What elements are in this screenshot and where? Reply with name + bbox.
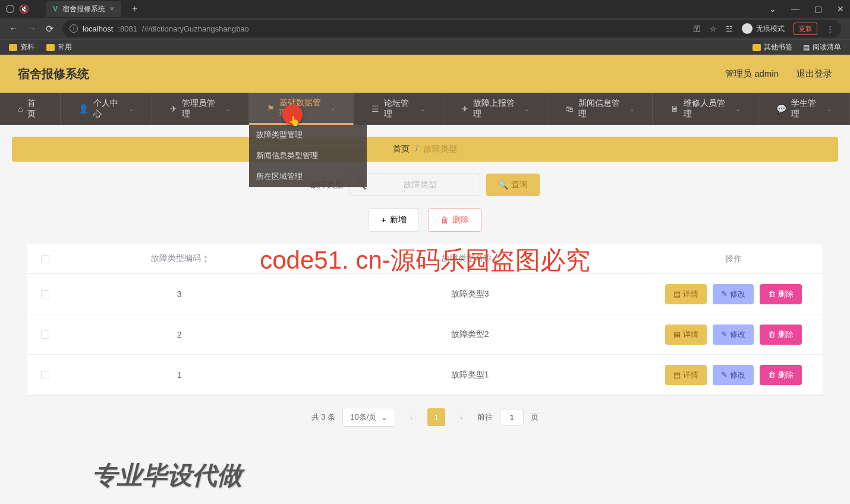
maximize-icon[interactable]: ▢ bbox=[814, 4, 822, 14]
minimize-icon[interactable]: — bbox=[791, 4, 799, 14]
edit-button[interactable]: ✎修改 bbox=[713, 365, 754, 385]
incognito-indicator: 无痕模式 bbox=[742, 23, 785, 34]
header-name[interactable]: 故障类型名称▲▼ bbox=[295, 253, 644, 264]
nav-basic[interactable]: ⚑基础数据管理⌄ 故障类型管理 新闻信息类型管理 所在区域管理 bbox=[249, 93, 354, 125]
menu-icon[interactable]: ⋮ bbox=[826, 24, 834, 33]
edit-button[interactable]: ✎修改 bbox=[713, 284, 754, 304]
breadcrumb-home[interactable]: 首页 bbox=[393, 144, 410, 153]
detail-button[interactable]: ▤详情 bbox=[665, 284, 707, 304]
content-area: 首页 / 故障类型 故障类型 🔍 故障类型 🔍查询 +新增 🗑删除 code51… bbox=[0, 125, 850, 451]
row-checkbox[interactable] bbox=[41, 290, 49, 298]
update-button[interactable]: 更新 bbox=[794, 23, 817, 35]
bag-icon: 🛍 bbox=[565, 104, 574, 114]
chevron-down-icon[interactable]: ⌄ bbox=[769, 4, 776, 14]
detail-button[interactable]: ▤详情 bbox=[665, 365, 707, 385]
edit-icon: ✎ bbox=[721, 330, 728, 339]
dropdown-news-type[interactable]: 新闻信息类型管理 bbox=[249, 146, 367, 166]
trash-icon: 🗑 bbox=[768, 289, 776, 298]
search-input[interactable]: 🔍 故障类型 bbox=[350, 174, 480, 196]
chat-icon: 💬 bbox=[776, 104, 786, 114]
nav-student[interactable]: 💬学生管理⌄ bbox=[758, 93, 850, 125]
nav-personal[interactable]: 👤个人中心⌄ bbox=[61, 93, 152, 125]
forward-icon[interactable]: → bbox=[27, 23, 37, 34]
document-icon: ▤ bbox=[673, 330, 681, 339]
nav-fault[interactable]: ✈故障上报管理⌄ bbox=[443, 93, 547, 125]
page-number-button[interactable]: 1 bbox=[427, 408, 445, 426]
close-window-icon[interactable]: ✕ bbox=[837, 4, 844, 14]
app-title: 宿舍报修系统 bbox=[18, 66, 89, 82]
user-label[interactable]: 管理员 admin bbox=[725, 68, 779, 80]
url-input[interactable]: i localhost:8081/#/dictionaryGuzhangshan… bbox=[62, 20, 841, 37]
cell-code: 2 bbox=[63, 330, 295, 339]
footer-text: 专业毕设代做 bbox=[92, 459, 242, 492]
browser-tab-active[interactable]: V 宿舍报修系统 × bbox=[46, 1, 121, 17]
pagination: 共 3 条 10条/页⌄ ‹ 1 › 前往 页 bbox=[12, 396, 838, 439]
bookmark-reading[interactable]: ▤阅读清单 bbox=[803, 42, 841, 52]
globe-icon bbox=[6, 5, 14, 13]
action-row: +新增 🗑删除 bbox=[12, 208, 838, 232]
close-icon[interactable]: × bbox=[110, 5, 114, 13]
sort-icon: ▲▼ bbox=[494, 254, 499, 264]
mute-icon[interactable]: 🔇 bbox=[19, 4, 29, 14]
trash-icon: 🗑 bbox=[440, 215, 449, 225]
main-nav: ⌂首页 👤个人中心⌄ ✈管理员管理⌄ ⚑基础数据管理⌄ 故障类型管理 新闻信息类… bbox=[0, 93, 850, 125]
table-row: 2 故障类型2 ▤详情 ✎修改 🗑删除 bbox=[27, 314, 823, 355]
next-page-button[interactable]: › bbox=[452, 408, 470, 426]
header-code[interactable]: 故障类型编码▲▼ bbox=[63, 253, 295, 264]
bookmark-changyong[interactable]: 常用 bbox=[46, 42, 72, 52]
breadcrumb: 首页 / 故障类型 bbox=[12, 137, 838, 162]
page-size-select[interactable]: 10条/页⌄ bbox=[342, 408, 395, 427]
delete-row-button[interactable]: 🗑删除 bbox=[760, 284, 802, 304]
folder-icon bbox=[9, 44, 17, 51]
reload-icon[interactable]: ⟳ bbox=[46, 23, 53, 34]
nav-forum[interactable]: ☰论坛管理⌄ bbox=[354, 93, 443, 125]
url-port: :8081 bbox=[118, 24, 137, 33]
trash-icon: 🗑 bbox=[768, 330, 776, 339]
logout-link[interactable]: 退出登录 bbox=[797, 68, 832, 80]
delete-row-button[interactable]: 🗑删除 bbox=[760, 325, 802, 345]
row-checkbox[interactable] bbox=[41, 371, 49, 379]
cell-name: 故障类型2 bbox=[295, 329, 644, 340]
key-icon[interactable]: ⚿ bbox=[693, 24, 701, 33]
breadcrumb-current: 故障类型 bbox=[424, 144, 457, 153]
flag-icon: ⚑ bbox=[267, 103, 275, 113]
list-icon: ☰ bbox=[372, 104, 379, 114]
nav-news[interactable]: 🛍新闻信息管理⌄ bbox=[547, 93, 653, 125]
incognito-icon bbox=[742, 23, 753, 34]
delete-button[interactable]: 🗑删除 bbox=[428, 208, 481, 232]
nav-home[interactable]: ⌂首页 bbox=[0, 93, 61, 125]
star-icon[interactable]: ☆ bbox=[710, 24, 717, 33]
table-row: 3 故障类型3 ▤详情 ✎修改 🗑删除 bbox=[27, 274, 823, 314]
bookmark-other[interactable]: 其他书签 bbox=[753, 42, 792, 52]
back-icon[interactable]: ← bbox=[9, 23, 18, 34]
row-checkbox[interactable] bbox=[41, 330, 49, 339]
browser-address-bar: ← → ⟳ i localhost:8081/#/dictionaryGuzha… bbox=[0, 18, 850, 39]
cursor-pointer-icon: 👆 bbox=[288, 115, 300, 127]
search-icon: 🔍 bbox=[498, 180, 508, 190]
select-all-checkbox[interactable] bbox=[41, 255, 49, 263]
bookmark-ziliao[interactable]: 资料 bbox=[9, 42, 34, 52]
cell-code: 1 bbox=[63, 370, 295, 380]
table-row: 1 故障类型1 ▤详情 ✎修改 🗑删除 bbox=[27, 355, 823, 395]
detail-button[interactable]: ▤详情 bbox=[665, 325, 707, 345]
add-button[interactable]: +新增 bbox=[369, 208, 418, 232]
dropdown-fault-type[interactable]: 故障类型管理 bbox=[249, 125, 367, 146]
list-icon: ▤ bbox=[803, 43, 810, 52]
table-header: 故障类型编码▲▼ 故障类型名称▲▼ 操作 bbox=[27, 244, 823, 274]
chevron-down-icon: ⌄ bbox=[381, 413, 388, 422]
document-icon: ▤ bbox=[673, 370, 681, 379]
new-tab-button[interactable]: + bbox=[132, 4, 137, 14]
monitor-icon: 🖥 bbox=[670, 104, 679, 114]
goto-page-input[interactable] bbox=[500, 409, 524, 426]
reader-icon[interactable]: ☳ bbox=[726, 24, 733, 33]
nav-admin[interactable]: ✈管理员管理⌄ bbox=[152, 93, 249, 125]
cell-code: 3 bbox=[63, 289, 295, 299]
nav-repair[interactable]: 🖥维修人员管理⌄ bbox=[653, 93, 758, 125]
delete-row-button[interactable]: 🗑删除 bbox=[760, 365, 802, 385]
dropdown-region[interactable]: 所在区域管理 bbox=[249, 166, 367, 187]
search-button[interactable]: 🔍查询 bbox=[486, 174, 540, 196]
edit-button[interactable]: ✎修改 bbox=[713, 325, 754, 345]
cell-name: 故障类型3 bbox=[295, 289, 644, 300]
prev-page-button[interactable]: ‹ bbox=[402, 408, 420, 426]
header-ops: 操作 bbox=[644, 254, 823, 264]
